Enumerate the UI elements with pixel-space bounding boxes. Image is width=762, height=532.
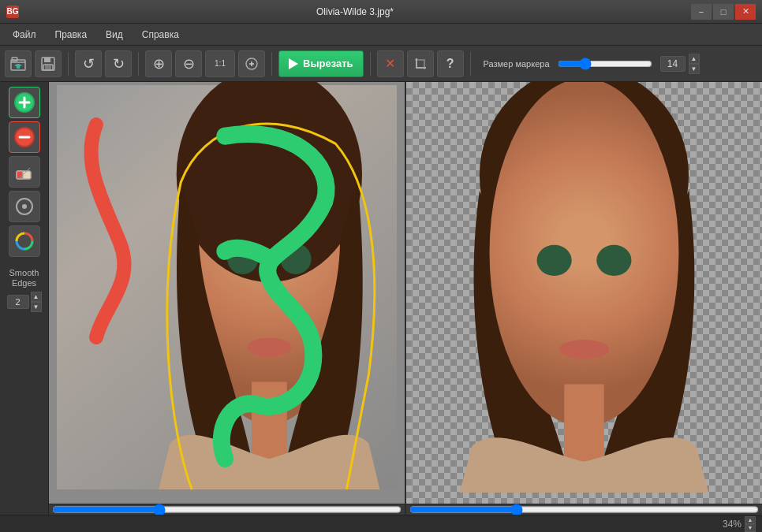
separator-1 — [68, 52, 69, 76]
svg-rect-2 — [17, 64, 20, 69]
right-scrollbar-container — [406, 504, 762, 515]
play-icon — [289, 58, 298, 69]
canvas-area — [49, 82, 762, 515]
app-icon: BG — [6, 6, 19, 18]
eraser-tool[interactable] — [9, 156, 40, 188]
window-title: Olivia-Wilde 3.jpg* — [19, 6, 691, 17]
left-horizontal-scrollbar[interactable] — [52, 505, 402, 514]
left-canvas[interactable] — [49, 82, 405, 504]
zoom-100-button[interactable]: 1:1 — [205, 50, 235, 77]
sidebar: Smooth Edges ▲ ▼ — [0, 82, 49, 515]
extract-label: Вырезать — [303, 58, 353, 69]
maximize-button[interactable]: □ — [713, 4, 734, 20]
smooth-edges-label: Smooth Edges — [0, 268, 48, 288]
undo-button[interactable]: ↺ — [75, 50, 102, 77]
right-canvas[interactable] — [406, 82, 762, 504]
smooth-edges-control: ▲ ▼ — [0, 292, 48, 312]
right-horizontal-scrollbar[interactable] — [409, 505, 759, 514]
svg-point-13 — [22, 204, 27, 209]
help-button[interactable]: ? — [437, 50, 464, 77]
smooth-edges-section: Smooth Edges ▲ ▼ — [0, 265, 48, 312]
svg-rect-1 — [12, 58, 17, 61]
magic-wand-tool[interactable] — [9, 191, 40, 222]
zoom-fit-button[interactable] — [238, 50, 265, 77]
save-button[interactable] — [35, 50, 62, 77]
minimize-button[interactable]: − — [691, 4, 712, 20]
add-foreground-tool[interactable] — [9, 87, 40, 118]
svg-rect-6 — [45, 65, 51, 69]
smooth-edges-input[interactable] — [7, 295, 29, 309]
separator-4 — [370, 52, 371, 76]
marker-size-slider[interactable] — [558, 58, 652, 70]
open-button[interactable] — [5, 50, 32, 77]
redo-button[interactable]: ↻ — [105, 50, 132, 77]
color-picker-tool[interactable] — [9, 225, 40, 257]
zoom-down-button[interactable]: ▼ — [745, 524, 756, 532]
zoom-up-button[interactable]: ▲ — [745, 516, 756, 524]
right-image-panel[interactable] — [406, 82, 762, 515]
cancel-button[interactable]: ✕ — [377, 50, 404, 77]
left-scrollbar-container — [49, 504, 405, 515]
menu-bar: Файл Правка Вид Справка — [0, 24, 762, 46]
window-controls: − □ ✕ — [691, 4, 756, 20]
marker-size-value[interactable] — [660, 56, 685, 72]
smooth-down-button[interactable]: ▼ — [31, 302, 42, 312]
zoom-spinners: ▲ ▼ — [745, 516, 756, 532]
marker-size-label: Размер маркера — [484, 59, 550, 69]
smooth-spinners: ▲ ▼ — [31, 292, 42, 312]
separator-3 — [271, 52, 272, 76]
status-bar: 34% ▲ ▼ — [0, 515, 762, 532]
menu-view[interactable]: Вид — [96, 26, 133, 43]
zoom-out-button[interactable]: ⊖ — [175, 50, 202, 77]
crop-button[interactable] — [407, 50, 434, 77]
separator-5 — [470, 52, 471, 76]
smooth-up-button[interactable]: ▲ — [31, 292, 42, 302]
separator-2 — [138, 52, 139, 76]
right-canvas-container — [406, 82, 762, 515]
marker-up-button[interactable]: ▲ — [689, 54, 700, 64]
zoom-level: 34% — [723, 519, 741, 530]
marker-spinners: ▲ ▼ — [689, 54, 700, 74]
remove-background-tool[interactable] — [9, 121, 40, 153]
left-image-panel[interactable] — [49, 82, 406, 515]
zoom-in-button[interactable]: ⊕ — [145, 50, 172, 77]
marker-down-button[interactable]: ▼ — [689, 64, 700, 74]
extract-button[interactable]: Вырезать — [278, 50, 364, 77]
main-content: Smooth Edges ▲ ▼ — [0, 82, 762, 515]
toolbar: ↺ ↻ ⊕ ⊖ 1:1 Вырезать ✕ ? Размер маркера … — [0, 46, 762, 82]
menu-file[interactable]: Файл — [3, 26, 46, 43]
title-bar: BG Olivia-Wilde 3.jpg* − □ ✕ — [0, 0, 762, 24]
left-canvas-container — [49, 82, 405, 515]
close-button[interactable]: ✕ — [735, 4, 756, 20]
menu-edit[interactable]: Правка — [46, 26, 97, 43]
menu-help[interactable]: Справка — [133, 26, 189, 43]
image-panels — [49, 82, 762, 515]
svg-rect-4 — [44, 58, 50, 62]
